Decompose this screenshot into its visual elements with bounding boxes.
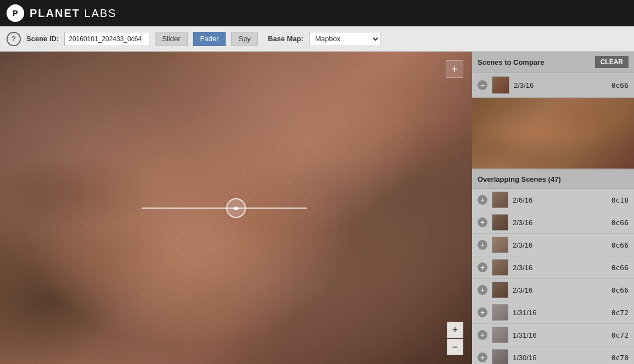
overlapping-header: Overlapping Scenes (47) — [472, 169, 634, 189]
overlap-id-6: 0c72 — [611, 331, 629, 339]
map-zoom-controls: + − — [447, 322, 463, 355]
overlap-thumbnail-5 — [492, 304, 508, 321]
overlap-row: + 2/3/16 0c66 — [472, 234, 634, 256]
slider-line — [142, 208, 307, 209]
overlap-id-3: 0c66 — [611, 264, 629, 272]
fader-mode-button[interactable]: Fader — [193, 32, 226, 46]
overlap-row: + 1/31/16 0c72 — [472, 324, 634, 346]
compare-title: Scenes to Compare — [478, 58, 544, 66]
logo-text: PLANET LABS — [30, 7, 117, 20]
overlap-date-7: 1/30/16 — [513, 354, 607, 362]
right-panel: Scenes to Compare CLEAR − 2/3/16 0c66 Ov… — [472, 52, 634, 364]
overlap-row: + 2/3/16 0c66 — [472, 279, 634, 301]
overlap-thumbnail-6 — [492, 327, 508, 343]
overlap-thumbnail-3 — [492, 259, 508, 276]
overlap-thumbnail-1 — [492, 214, 508, 231]
overlap-thumbnail-4 — [492, 282, 508, 298]
overlap-id-0: 0c18 — [611, 196, 629, 204]
add-scene-button-0[interactable]: + — [478, 195, 487, 205]
overlap-id-5: 0c72 — [611, 309, 629, 317]
map-area[interactable]: + + − — [0, 52, 472, 364]
compare-preview-terrain — [472, 98, 634, 169]
basemap-select[interactable]: Mapbox OpenStreetMap Satellite Terrain — [309, 32, 380, 46]
logo-area: P PLANET LABS — [7, 4, 117, 22]
overlapping-scenes-list[interactable]: + 2/6/16 0c18 + 2/3/16 0c66 + 2/3/16 0c6… — [472, 189, 634, 364]
compare-scene-thumbnail — [492, 76, 509, 94]
overlap-date-0: 2/6/16 — [513, 196, 607, 204]
compare-scene-row: − 2/3/16 0c66 — [472, 73, 634, 98]
overlap-date-3: 2/3/16 — [513, 264, 607, 272]
add-scene-button-2[interactable]: + — [478, 240, 487, 250]
overlap-row: + 2/3/16 0c66 — [472, 211, 634, 234]
overlap-id-1: 0c66 — [611, 219, 629, 227]
compare-header: Scenes to Compare CLEAR — [472, 52, 634, 73]
overlap-date-5: 1/31/16 — [513, 309, 607, 317]
main-content: + + − Scenes to Compare CLEAR − 2/3/16 0… — [0, 52, 634, 364]
overlap-row: + 1/31/16 0c72 — [472, 301, 634, 324]
overlapping-title: Overlapping Scenes (47) — [478, 175, 561, 183]
overlap-thumbnail-7 — [492, 349, 508, 364]
overlap-row: + 2/3/16 0c66 — [472, 256, 634, 279]
overlap-date-1: 2/3/16 — [513, 219, 607, 227]
overlap-row: + 2/6/16 0c18 — [472, 189, 634, 211]
overlap-id-4: 0c66 — [611, 286, 629, 294]
clear-button[interactable]: CLEAR — [595, 56, 629, 68]
overlap-date-2: 2/3/16 — [513, 241, 607, 249]
overlap-date-6: 1/31/16 — [513, 331, 607, 339]
add-scene-button-5[interactable]: + — [478, 307, 487, 317]
slider-mode-button[interactable]: Slider — [155, 32, 187, 46]
overlap-thumbnail-2 — [492, 237, 508, 253]
compare-scene-date: 2/3/16 — [514, 81, 607, 89]
overlap-date-4: 2/3/16 — [513, 286, 607, 294]
map-add-button[interactable]: + — [446, 60, 463, 78]
add-scene-button-1[interactable]: + — [478, 217, 487, 227]
toolbar: ? Scene ID: Slider Fader Spy Base Map: M… — [0, 26, 634, 52]
zoom-out-button[interactable]: − — [447, 339, 463, 355]
zoom-in-button[interactable]: + — [447, 322, 463, 338]
scene-id-input[interactable] — [64, 32, 149, 46]
spy-mode-button[interactable]: Spy — [231, 32, 257, 46]
overlap-row: + 1/30/16 0c70 — [472, 346, 634, 364]
overlap-thumbnail-0 — [492, 192, 508, 208]
compare-scene-id: 0c66 — [611, 81, 629, 89]
remove-scene-button[interactable]: − — [478, 80, 487, 90]
compare-preview-area — [472, 98, 634, 169]
add-scene-button-3[interactable]: + — [478, 262, 487, 272]
header-bar: P PLANET LABS — [0, 0, 634, 26]
help-button[interactable]: ? — [7, 32, 21, 46]
add-scene-button-6[interactable]: + — [478, 330, 487, 340]
overlap-id-7: 0c70 — [611, 354, 629, 362]
add-scene-button-4[interactable]: + — [478, 285, 487, 295]
basemap-label: Base Map: — [268, 35, 304, 43]
planet-logo-icon: P — [7, 4, 24, 22]
add-scene-button-7[interactable]: + — [478, 352, 487, 362]
slider-cursor[interactable] — [226, 198, 246, 218]
scene-id-label: Scene ID: — [26, 35, 59, 43]
overlap-id-2: 0c66 — [611, 241, 629, 249]
